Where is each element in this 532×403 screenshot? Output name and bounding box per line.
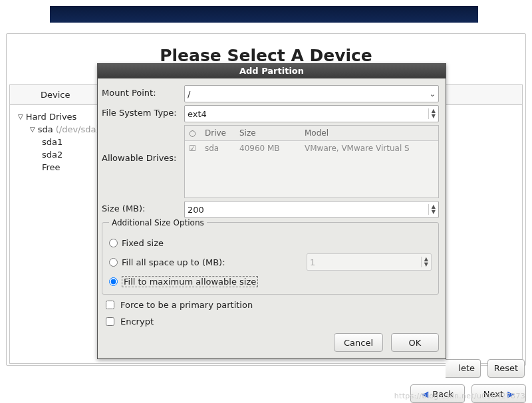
checkbox-label: Encrypt bbox=[120, 317, 154, 327]
button-label: OK bbox=[409, 338, 422, 348]
chevron-down-icon: ▽ bbox=[18, 113, 23, 120]
force-primary-checkbox[interactable] bbox=[106, 301, 114, 309]
add-partition-dialog: Add Partition Mount Point: / ⌄ File Syst… bbox=[97, 63, 446, 359]
mount-point-value: / bbox=[188, 89, 190, 99]
button-label: Next bbox=[483, 389, 503, 399]
button-label: Back bbox=[432, 389, 454, 399]
delete-button[interactable]: lete bbox=[446, 359, 481, 378]
select-all-header[interactable]: ○ bbox=[189, 128, 205, 138]
drive-name: sda bbox=[205, 144, 239, 153]
radio-fill-upto[interactable]: Fill all space up to (MB): 1 ▲▼ bbox=[109, 253, 432, 271]
fs-type-label: File System Type: bbox=[102, 105, 184, 118]
mount-point-combo[interactable]: / ⌄ bbox=[184, 85, 439, 102]
size-value: 200 bbox=[188, 205, 204, 215]
col-model: Model bbox=[305, 128, 434, 138]
col-size: Size bbox=[239, 128, 305, 138]
fs-type-combo[interactable]: ext4 ▲▼ bbox=[184, 105, 439, 122]
chevron-down-icon: ▽ bbox=[30, 126, 35, 133]
next-button[interactable]: Next ▶ bbox=[471, 384, 526, 403]
fieldset-title: Additional Size Options bbox=[109, 218, 207, 227]
col-drive: Drive bbox=[205, 128, 239, 138]
nav-bar: ◀ Back Next ▶ bbox=[0, 384, 532, 403]
top-bar bbox=[50, 6, 478, 23]
button-label: Reset bbox=[494, 363, 518, 373]
fs-type-value: ext4 bbox=[188, 109, 207, 119]
additional-size-options: Additional Size Options Fixed size Fill … bbox=[102, 222, 439, 295]
radio-label: Fixed size bbox=[122, 238, 164, 248]
allowable-drives-label: Allowable Drives: bbox=[102, 125, 184, 163]
fill-upto-input: 1 ▲▼ bbox=[307, 253, 432, 271]
radio-label: Fill all space up to (MB): bbox=[122, 257, 225, 267]
tree-label: Free bbox=[42, 162, 61, 172]
drive-checkbox[interactable]: ☑ bbox=[189, 144, 205, 153]
radio-fill-max[interactable]: Fill to maximum allowable size bbox=[109, 276, 432, 287]
size-input[interactable]: 200 ▲▼ bbox=[184, 201, 439, 218]
spinner-icon: ▲▼ bbox=[421, 257, 428, 267]
back-button[interactable]: ◀ Back bbox=[410, 384, 465, 403]
force-primary-row[interactable]: Force to be a primary partition bbox=[103, 299, 439, 311]
radio-fixed-input[interactable] bbox=[109, 239, 118, 247]
tree-devpath: (/dev/sda) bbox=[56, 124, 100, 134]
arrow-left-icon: ◀ bbox=[422, 389, 428, 399]
tree-label: Hard Drives bbox=[26, 112, 77, 122]
encrypt-row[interactable]: Encrypt bbox=[103, 315, 439, 328]
cancel-button[interactable]: Cancel bbox=[334, 333, 383, 352]
radio-fill-max-input[interactable] bbox=[109, 277, 118, 286]
page-title: Please Select A Device bbox=[7, 46, 525, 65]
fill-upto-value: 1 bbox=[310, 257, 315, 267]
spinner-icon: ▲▼ bbox=[428, 204, 436, 215]
tree-label: sda bbox=[38, 124, 53, 134]
radio-label: Fill to maximum allowable size bbox=[122, 276, 258, 287]
drive-row[interactable]: ☑ sda 40960 MB VMware, VMware Virtual S bbox=[185, 141, 438, 156]
button-label: Cancel bbox=[344, 338, 373, 348]
size-label: Size (MB): bbox=[102, 201, 184, 213]
spinner-icon: ▲▼ bbox=[428, 108, 436, 119]
encrypt-checkbox[interactable] bbox=[106, 317, 114, 326]
drive-size: 40960 MB bbox=[239, 144, 305, 153]
tree-label: sda2 bbox=[42, 150, 63, 160]
button-label: lete bbox=[458, 363, 475, 373]
tree-label: sda1 bbox=[42, 137, 63, 147]
radio-fill-upto-input[interactable] bbox=[109, 258, 118, 267]
radio-fixed[interactable]: Fixed size bbox=[109, 238, 432, 248]
mount-point-label: Mount Point: bbox=[102, 85, 184, 98]
drive-model: VMware, VMware Virtual S bbox=[305, 144, 434, 153]
reset-button[interactable]: Reset bbox=[487, 359, 525, 378]
ok-button[interactable]: OK bbox=[391, 333, 439, 352]
checkbox-label: Force to be a primary partition bbox=[120, 300, 253, 310]
allowable-drives-grid[interactable]: ○ Drive Size Model ☑ sda 40960 MB VMware… bbox=[184, 125, 439, 198]
arrow-right-icon: ▶ bbox=[507, 389, 514, 399]
dialog-title: Add Partition bbox=[98, 64, 446, 78]
chevron-down-icon: ⌄ bbox=[430, 90, 436, 98]
